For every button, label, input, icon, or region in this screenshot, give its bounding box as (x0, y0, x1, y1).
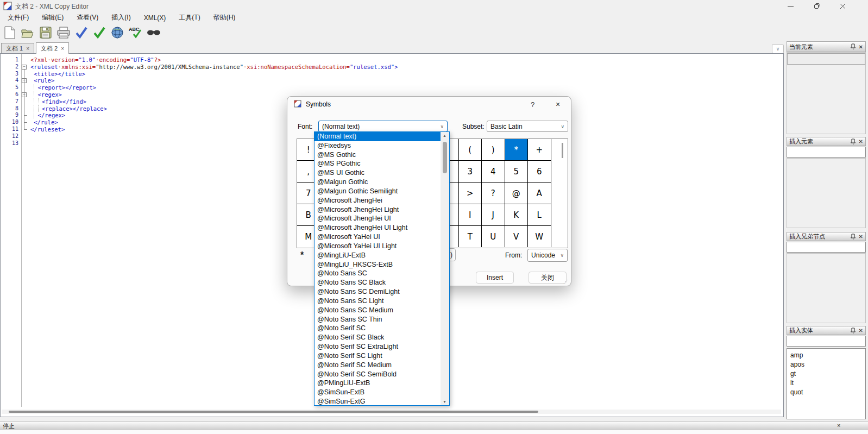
symbol-cell[interactable]: 5 (505, 161, 528, 182)
pin-icon[interactable] (851, 139, 856, 145)
symbol-cell[interactable]: U (482, 226, 505, 247)
symbol-cell[interactable]: + (528, 139, 551, 160)
font-option[interactable]: @Noto Serif SC Light (315, 351, 449, 361)
scroll-down-arrow-icon[interactable]: ▼ (443, 400, 446, 404)
font-option[interactable]: @Noto Serif SC ExtraLight (315, 342, 449, 351)
tab-list-chevron-button[interactable]: ∨ (772, 44, 784, 54)
symbol-grid-scroll-strip[interactable] (551, 139, 568, 248)
symbol-cell[interactable]: @ (505, 183, 528, 204)
symbol-cell[interactable]: A (528, 183, 551, 204)
font-option[interactable]: @Noto Serif SC Medium (315, 361, 449, 370)
symbol-cell[interactable]: > (459, 183, 482, 204)
symbol-cell[interactable]: ? (482, 183, 505, 204)
validate-check-green-icon[interactable] (92, 26, 106, 40)
menu-item[interactable]: XML(X) (137, 13, 173, 23)
fold-collapse-box[interactable]: − (22, 65, 27, 70)
font-option[interactable]: @Malgun Gothic (315, 178, 449, 187)
fold-margin[interactable]: −−− (1, 54, 29, 217)
font-option[interactable]: @Noto Sans SC Black (315, 278, 449, 287)
font-option[interactable]: @Microsoft JhengHei (315, 196, 449, 205)
font-dropdown-scrollbar[interactable]: ▲ ▼ (441, 132, 449, 405)
font-option[interactable]: (Normal text) (315, 132, 449, 141)
entity-item[interactable]: quot (787, 388, 865, 397)
symbol-cell[interactable]: 3 (459, 161, 482, 182)
insert-sibling-input[interactable] (787, 242, 866, 253)
panel-header-insert-element[interactable]: 插入元素 ✕ (787, 137, 866, 146)
font-option[interactable]: @SimSun-ExtB (315, 388, 449, 397)
insert-element-input[interactable] (787, 147, 866, 158)
panel-header-insert-entity[interactable]: 插入实体 ✕ (787, 326, 866, 335)
insert-button[interactable]: Insert (476, 272, 514, 284)
insert-entity-input[interactable] (787, 336, 866, 347)
font-option[interactable]: @SimSun-ExtG (315, 397, 449, 406)
symbol-cell[interactable]: T (459, 226, 482, 247)
code-line[interactable]: 5<report></report> (1, 84, 761, 91)
font-option[interactable]: @MingLiU_HKSCS-ExtB (315, 260, 449, 269)
code-line[interactable]: 4<rule> (1, 77, 761, 84)
print-icon[interactable] (56, 26, 71, 40)
font-combobox[interactable]: (Normal text) ∨ (318, 121, 448, 132)
glasses-icon[interactable] (146, 26, 160, 40)
symbol-cell[interactable]: J (482, 204, 505, 225)
close-panel-icon[interactable]: ✕ (859, 328, 863, 334)
pin-icon[interactable] (851, 328, 856, 334)
minimize-button[interactable] (778, 0, 803, 12)
font-option[interactable]: @Noto Sans SC Thin (315, 315, 449, 324)
menu-item[interactable]: 文件(F) (1, 12, 35, 23)
font-option[interactable]: @Noto Sans SC DemiLight (315, 287, 449, 297)
font-option[interactable]: @Noto Sans SC Light (315, 297, 449, 306)
font-dropdown-popup[interactable]: (Normal text)@Fixedsys@MS Gothic@MS PGot… (314, 131, 450, 406)
dialog-close-icon[interactable]: × (556, 100, 560, 109)
entity-item[interactable]: gt (787, 369, 865, 379)
close-panel-icon[interactable]: ✕ (859, 139, 863, 144)
menu-item[interactable]: 工具(T) (172, 12, 206, 23)
symbol-cell[interactable]: W (528, 226, 551, 247)
code-line[interactable]: 1<?xml·version="1.0"·encoding="UTF-8"?> (1, 56, 761, 64)
font-option[interactable]: @Microsoft JhengHei UI (315, 214, 449, 223)
subset-combobox[interactable]: Basic Latin ∨ (487, 121, 568, 132)
panel-header-current-element[interactable]: 当前元素 ✕ (787, 41, 866, 52)
font-option[interactable]: @Noto Serif SC Black (315, 333, 449, 342)
code-line[interactable]: 2<ruleset·xmlns:xsi="http://www.w3.org/2… (1, 64, 761, 71)
font-option[interactable]: @Microsoft YaHei UI Light (315, 242, 449, 251)
entity-item[interactable]: lt (787, 379, 865, 388)
font-option[interactable]: @Noto Serif SC SemiBold (315, 370, 449, 379)
panel-header-insert-sibling[interactable]: 插入兄弟节点 ✕ (787, 232, 866, 241)
symbol-cell[interactable]: L (528, 204, 551, 225)
spellcheck-abc-icon[interactable]: ABC (128, 26, 142, 40)
horizontal-scrollbar-thumb[interactable] (9, 411, 538, 413)
font-option[interactable]: @Microsoft JhengHei UI Light (315, 223, 449, 232)
font-option[interactable]: @Fixedsys (315, 141, 449, 150)
status-pane-close-icon[interactable]: × (837, 422, 840, 429)
close-panel-icon[interactable]: ✕ (859, 234, 863, 240)
from-combobox[interactable]: Unicode ∨ (527, 249, 568, 262)
menu-item[interactable]: 编辑(E) (35, 12, 70, 23)
symbol-cell[interactable]: 4 (482, 161, 505, 182)
scroll-up-arrow-icon[interactable]: ▲ (443, 134, 446, 137)
tab-文档 2[interactable]: 文档 2× (36, 42, 69, 54)
code-line[interactable]: 3<title></title> (1, 71, 761, 78)
tab-close-icon[interactable]: × (61, 46, 64, 52)
dialog-close-button[interactable]: 关闭 (529, 272, 567, 284)
pin-icon[interactable] (851, 234, 856, 240)
pin-icon[interactable] (851, 43, 856, 50)
close-panel-icon[interactable]: ✕ (859, 44, 863, 50)
symbol-grid-scroll-thumb[interactable] (562, 143, 563, 158)
font-option[interactable]: @MS UI Gothic (315, 168, 449, 178)
symbol-cell[interactable]: K (505, 204, 528, 225)
entity-item[interactable]: apos (787, 360, 865, 369)
close-button[interactable] (830, 0, 855, 12)
entity-item[interactable]: amp (787, 351, 865, 360)
symbol-cell[interactable]: I (459, 204, 482, 225)
font-option[interactable]: @Microsoft YaHei UI (315, 232, 449, 242)
globe-icon[interactable] (110, 26, 124, 40)
entity-list[interactable]: ampaposgtltquot (787, 348, 866, 419)
resize-grip[interactable]: ⋰ (563, 279, 568, 284)
open-folder-icon[interactable] (21, 26, 35, 40)
new-document-icon[interactable] (3, 26, 17, 40)
font-option[interactable]: @MingLiU-ExtB (315, 251, 449, 260)
symbol-cell[interactable]: ( (459, 139, 482, 160)
dialog-help-button[interactable]: ? (531, 100, 534, 109)
font-option[interactable]: @Malgun Gothic Semilight (315, 187, 449, 196)
font-option[interactable]: @MS PGothic (315, 159, 449, 168)
